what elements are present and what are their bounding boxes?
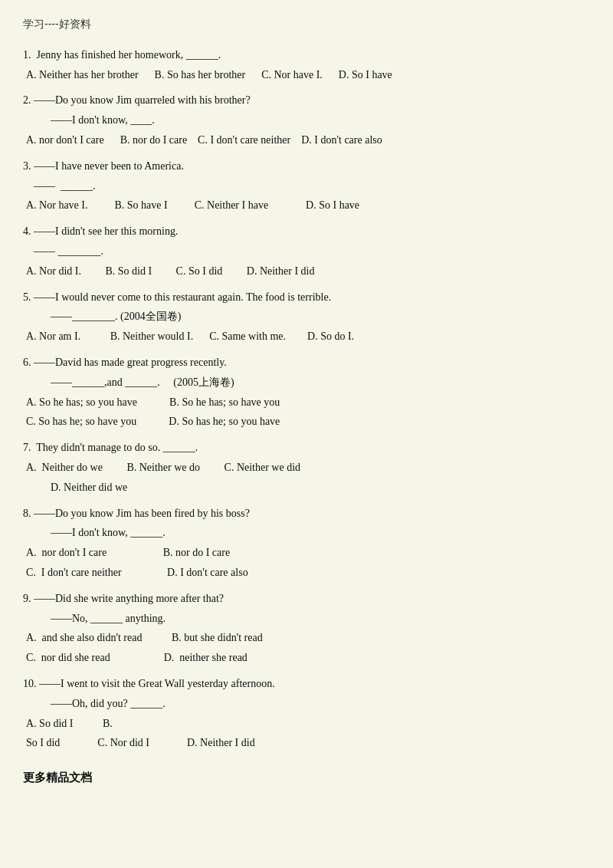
question-10: 10. ——I went to visit the Great Wall yes… [23, 675, 590, 752]
question-4: 4. ——I didn't see her this morning. —— _… [23, 222, 590, 280]
q10-options2: So I did C. Nor did I D. Neither I did [23, 734, 590, 752]
questions-container: 1. Jenny has finished her homework, ____… [23, 46, 590, 752]
q9-options2: C. nor did she read D. neither she read [23, 649, 590, 667]
q7-options1: A. Neither do we B. Neither we do C. Nei… [23, 459, 590, 477]
question-6: 6. ——David has made great progress recen… [23, 353, 590, 431]
question-2: 2. ——Do you know Jim quarreled with his … [23, 91, 590, 149]
q5-options: A. Nor am I. B. Neither would I. C. Same… [23, 327, 590, 346]
q5-line1: 5. ——I would never come to this restaura… [23, 288, 590, 307]
q3-line2: —— ______. [23, 177, 590, 196]
question-1: 1. Jenny has finished her homework, ____… [23, 46, 590, 84]
question-9: 9. ——Did she write anything more after t… [23, 590, 590, 667]
q4-line1: 4. ——I didn't see her this morning. [23, 222, 590, 241]
q3-options: A. Nor have I. B. So have I C. Neither I… [23, 196, 590, 215]
question-5: 5. ——I would never come to this restaura… [23, 288, 590, 346]
q5-line2: ——________. (2004全国卷) [23, 307, 590, 326]
q9-options1: A. and she also didn't read B. but she d… [23, 629, 590, 647]
q7-options2: D. Neither did we [23, 478, 590, 497]
q8-line1: 8. ——Do you know Jim has been fired by h… [23, 505, 590, 523]
question-8: 8. ——Do you know Jim has been fired by h… [23, 505, 590, 582]
q4-line2: —— ________. [23, 242, 590, 261]
q6-options2: C. So has he; so have you D. So has he; … [23, 413, 590, 431]
q8-line2: ——I don't know, ______. [23, 524, 590, 542]
header: 学习----好资料 [23, 15, 590, 34]
q6-line2: ——______,and ______. (2005上海卷) [23, 373, 590, 392]
q7-line1: 7. They didn't manage to do so. ______. [23, 439, 590, 457]
q2-line1: 2. ——Do you know Jim quarreled with his … [23, 91, 590, 110]
q9-line1: 9. ——Did she write anything more after t… [23, 590, 590, 608]
q10-line1: 10. ——I went to visit the Great Wall yes… [23, 675, 590, 693]
q8-options2: C. I don't care neither D. I don't care … [23, 564, 590, 582]
footer: 更多精品文档 [23, 768, 590, 787]
q4-options: A. Nor did I. B. So did I C. So I did D.… [23, 262, 590, 281]
question-7: 7. They didn't manage to do so. ______. … [23, 439, 590, 496]
q2-line2: ——I don't know, ____. [23, 111, 590, 130]
q3-line1: 3. ——I have never been to America. [23, 157, 590, 176]
question-3: 3. ——I have never been to America. —— __… [23, 157, 590, 215]
q6-options1: A. So he has; so you have B. So he has; … [23, 393, 590, 412]
q1-line1: 1. Jenny has finished her homework, ____… [23, 46, 590, 64]
q9-line2: ——No, ______ anything. [23, 610, 590, 628]
q2-options: A. nor don't I care B. nor do I care C. … [23, 131, 590, 150]
q10-options1: A. So did I B. [23, 715, 590, 733]
q1-options: A. Neither has her brother B. So has her… [23, 66, 590, 84]
q10-line2: ——Oh, did you? ______. [23, 695, 590, 713]
q8-options1: A. nor don't I care B. nor do I care [23, 544, 590, 562]
q6-line1: 6. ——David has made great progress recen… [23, 353, 590, 372]
